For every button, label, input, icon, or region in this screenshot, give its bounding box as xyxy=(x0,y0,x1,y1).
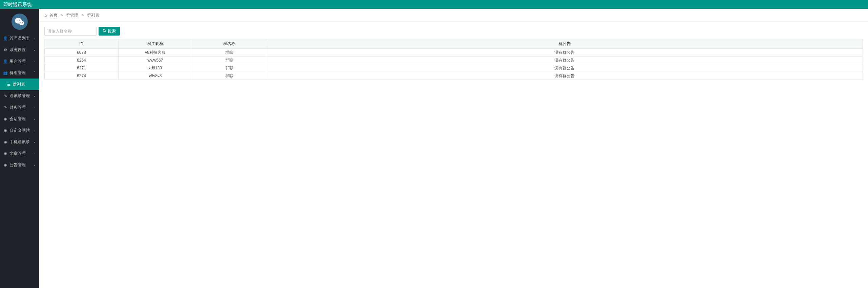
globe-icon: ◉ xyxy=(3,125,7,136)
svg-point-5 xyxy=(22,22,23,23)
table-header-name: 群名称 xyxy=(192,39,266,49)
search-button[interactable]: 搜索 xyxy=(99,27,120,36)
breadcrumb: ⌂ 首页 > 群管理 > 群列表 xyxy=(39,9,868,22)
sidebar-subitem-group-list[interactable]: ☰ 群列表 xyxy=(0,79,39,90)
gear-icon: ⚙ xyxy=(3,44,7,56)
search-row: 搜索 xyxy=(44,27,863,36)
table-cell-notice: 没有群公告 xyxy=(266,49,863,57)
sidebar-item-contacts[interactable]: ✎ 通讯录管理 ⌄ xyxy=(0,90,39,102)
sidebar-item-admin-list[interactable]: 👤 管理员列表 ⌄ xyxy=(0,32,39,44)
app-header: 即时通讯系统 xyxy=(0,0,868,9)
sidebar-item-label: 自定义网站 xyxy=(9,125,30,136)
table-cell-id: 6274 xyxy=(45,72,119,80)
main-content: ⌂ 首页 > 群管理 > 群列表 搜索 ID xyxy=(39,9,868,288)
breadcrumb-separator: > xyxy=(82,13,84,18)
sidebar-item-finance[interactable]: ✎ 财务管理 ⌄ xyxy=(0,102,39,113)
sidebar: 👤 管理员列表 ⌄ ⚙ 系统设置 ⌄ 👤 用户管理 ⌄ 👥 群组管理 xyxy=(0,9,39,288)
sidebar-item-announcement[interactable]: ◉ 公告管理 ⌄ xyxy=(0,159,39,171)
sidebar-item-article[interactable]: ◉ 文章管理 ⌄ xyxy=(0,148,39,159)
table-header-notice: 群公告 xyxy=(266,39,863,49)
app-logo-icon xyxy=(12,14,28,30)
sidebar-item-label: 公告管理 xyxy=(9,159,26,171)
breadcrumb-section[interactable]: 群管理 xyxy=(66,13,78,18)
sidebar-item-label: 系统设置 xyxy=(9,44,26,56)
table-header-owner: 群主昵称 xyxy=(119,39,192,49)
table-header-id: ID xyxy=(45,39,119,49)
svg-point-6 xyxy=(103,29,105,31)
users-icon: 👥 xyxy=(3,67,7,79)
logo-wrap xyxy=(0,9,39,32)
svg-point-2 xyxy=(19,20,20,21)
sidebar-item-label: 群组管理 xyxy=(9,67,26,79)
table-cell-name: 群聊 xyxy=(192,57,266,64)
edit-icon: ✎ xyxy=(3,102,7,113)
table-cell-id: 6264 xyxy=(45,57,119,64)
svg-line-7 xyxy=(105,31,106,32)
chevron-down-icon: ⌄ xyxy=(33,44,36,56)
chevron-down-icon: ⌄ xyxy=(33,159,36,171)
table-row: 6271xd8133群聊没有群公告 xyxy=(45,64,863,72)
chevron-down-icon: ⌄ xyxy=(33,136,36,148)
chevron-down-icon: ⌄ xyxy=(33,125,36,136)
table-cell-name: 群聊 xyxy=(192,72,266,80)
chevron-down-icon: ⌄ xyxy=(33,113,36,125)
search-icon xyxy=(103,29,106,34)
table-cell-id: 6078 xyxy=(45,49,119,57)
sidebar-item-label: 财务管理 xyxy=(9,102,26,113)
sidebar-item-label: 管理员列表 xyxy=(9,32,30,44)
user-icon: 👤 xyxy=(3,32,7,44)
chevron-up-icon: ⌃ xyxy=(33,67,36,79)
sidebar-item-group-management[interactable]: 👥 群组管理 ⌃ xyxy=(0,67,39,79)
chevron-down-icon: ⌄ xyxy=(33,56,36,67)
list-icon: ☰ xyxy=(7,79,11,90)
table-cell-name: 群聊 xyxy=(192,49,266,57)
table-row: 6078v8科技客服群聊没有群公告 xyxy=(45,49,863,57)
table-cell-notice: 没有群公告 xyxy=(266,57,863,64)
table-cell-owner: www567 xyxy=(119,57,192,64)
table-cell-notice: 没有群公告 xyxy=(266,64,863,72)
table-row: 6264www567群聊没有群公告 xyxy=(45,57,863,64)
svg-point-1 xyxy=(17,20,18,21)
table-cell-notice: 没有群公告 xyxy=(266,72,863,80)
sidebar-item-user-management[interactable]: 👤 用户管理 ⌄ xyxy=(0,56,39,67)
search-input[interactable] xyxy=(44,27,97,36)
search-button-label: 搜索 xyxy=(108,28,116,34)
svg-point-4 xyxy=(20,22,21,23)
chevron-down-icon: ⌄ xyxy=(33,32,36,44)
chevron-down-icon: ⌄ xyxy=(33,102,36,113)
sidebar-item-label: 用户管理 xyxy=(9,56,26,67)
table-cell-name: 群聊 xyxy=(192,64,266,72)
sidebar-item-custom-site[interactable]: ◉ 自定义网站 ⌄ xyxy=(0,125,39,136)
breadcrumb-separator: > xyxy=(61,13,63,18)
edit-icon: ✎ xyxy=(3,90,7,102)
sidebar-item-label: 文章管理 xyxy=(9,148,26,159)
group-table: ID 群主昵称 群名称 群公告 6078v8科技客服群聊没有群公告6264www… xyxy=(44,39,863,80)
globe-icon: ◉ xyxy=(3,148,7,159)
svg-point-3 xyxy=(19,21,24,25)
sidebar-item-phone-contacts[interactable]: ◉ 手机通讯录 ⌄ xyxy=(0,136,39,148)
chevron-down-icon: ⌄ xyxy=(33,148,36,159)
home-icon: ⌂ xyxy=(44,13,47,18)
user-icon: 👤 xyxy=(3,56,7,67)
breadcrumb-home[interactable]: 首页 xyxy=(49,13,58,18)
sidebar-item-session[interactable]: ◉ 会话管理 ⌄ xyxy=(0,113,39,125)
globe-icon: ◉ xyxy=(3,136,7,148)
sidebar-item-label: 通讯录管理 xyxy=(9,90,30,102)
globe-icon: ◉ xyxy=(3,113,7,125)
sidebar-item-system-settings[interactable]: ⚙ 系统设置 ⌄ xyxy=(0,44,39,56)
table-cell-owner: v8科技客服 xyxy=(119,49,192,57)
breadcrumb-page: 群列表 xyxy=(87,13,99,18)
table-cell-owner: xd8133 xyxy=(119,64,192,72)
globe-icon: ◉ xyxy=(3,159,7,171)
table-cell-owner: v8v8v8 xyxy=(119,72,192,80)
sidebar-subitem-label: 群列表 xyxy=(13,79,25,90)
table-row: 6274v8v8v8群聊没有群公告 xyxy=(45,72,863,80)
app-title: 即时通讯系统 xyxy=(3,2,32,7)
chevron-down-icon: ⌄ xyxy=(33,90,36,102)
table-cell-id: 6271 xyxy=(45,64,119,72)
sidebar-item-label: 会话管理 xyxy=(9,113,26,125)
sidebar-item-label: 手机通讯录 xyxy=(9,136,30,148)
